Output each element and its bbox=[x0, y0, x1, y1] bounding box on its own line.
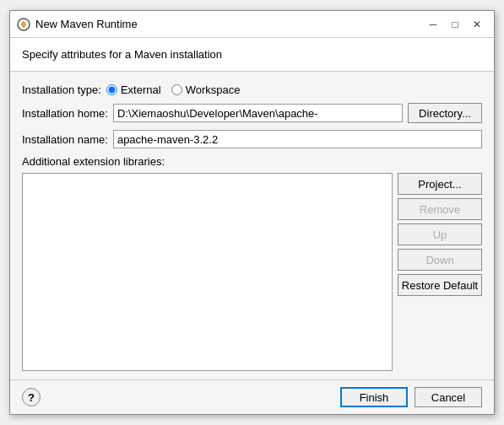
directory-button[interactable]: Directory... bbox=[408, 103, 482, 123]
extension-buttons: Project... Remove Up Down Restore Defaul… bbox=[398, 173, 482, 371]
minimize-button[interactable]: ─ bbox=[423, 15, 443, 34]
extension-libraries-label: Additional extension libraries: bbox=[22, 155, 482, 168]
bottom-left: ? bbox=[22, 388, 340, 406]
radio-workspace-option[interactable]: Workspace bbox=[171, 83, 241, 96]
help-button[interactable]: ? bbox=[22, 388, 41, 406]
title-bar: New Maven Runtime ─ □ ✕ bbox=[10, 11, 494, 38]
installation-name-label: Installation name: bbox=[22, 133, 108, 146]
remove-button[interactable]: Remove bbox=[398, 198, 482, 220]
form-area: Installation type: External Workspace In… bbox=[10, 72, 494, 379]
radio-external-label: External bbox=[121, 83, 161, 96]
radio-external-option[interactable]: External bbox=[106, 83, 161, 96]
description-text: Specify attributes for a Maven installat… bbox=[22, 48, 222, 61]
cancel-button[interactable]: Cancel bbox=[415, 387, 482, 407]
maximize-button[interactable]: □ bbox=[445, 15, 465, 34]
finish-button[interactable]: Finish bbox=[340, 387, 408, 407]
project-button[interactable]: Project... bbox=[398, 173, 482, 195]
installation-name-input[interactable] bbox=[113, 130, 482, 148]
bottom-right: Finish Cancel bbox=[340, 387, 482, 407]
radio-workspace-label: Workspace bbox=[186, 83, 241, 96]
radio-group: External Workspace bbox=[106, 83, 241, 96]
extension-section: Additional extension libraries: Project.… bbox=[22, 155, 482, 371]
extension-body: Project... Remove Up Down Restore Defaul… bbox=[22, 173, 482, 371]
installation-home-row: Installation home: Directory... bbox=[22, 103, 482, 123]
extension-list[interactable] bbox=[22, 173, 393, 371]
radio-external-input[interactable] bbox=[106, 84, 117, 95]
installation-type-label: Installation type: bbox=[22, 83, 101, 96]
window-controls: ─ □ ✕ bbox=[423, 15, 487, 34]
close-button[interactable]: ✕ bbox=[467, 15, 487, 34]
restore-default-button[interactable]: Restore Default bbox=[398, 274, 482, 296]
installation-name-row: Installation name: bbox=[22, 130, 482, 148]
description-bar: Specify attributes for a Maven installat… bbox=[10, 38, 494, 72]
svg-point-1 bbox=[22, 22, 26, 26]
new-maven-runtime-dialog: New Maven Runtime ─ □ ✕ Specify attribut… bbox=[9, 10, 495, 415]
window-title: New Maven Runtime bbox=[35, 18, 423, 30]
down-button[interactable]: Down bbox=[398, 249, 482, 271]
bottom-bar: ? Finish Cancel bbox=[10, 379, 494, 414]
installation-home-label: Installation home: bbox=[22, 107, 108, 120]
installation-type-row: Installation type: External Workspace bbox=[22, 83, 482, 96]
up-button[interactable]: Up bbox=[398, 223, 482, 245]
radio-workspace-input[interactable] bbox=[171, 84, 182, 95]
installation-home-input[interactable] bbox=[113, 104, 403, 122]
dialog-content: Specify attributes for a Maven installat… bbox=[10, 38, 494, 414]
window-icon bbox=[17, 18, 30, 31]
